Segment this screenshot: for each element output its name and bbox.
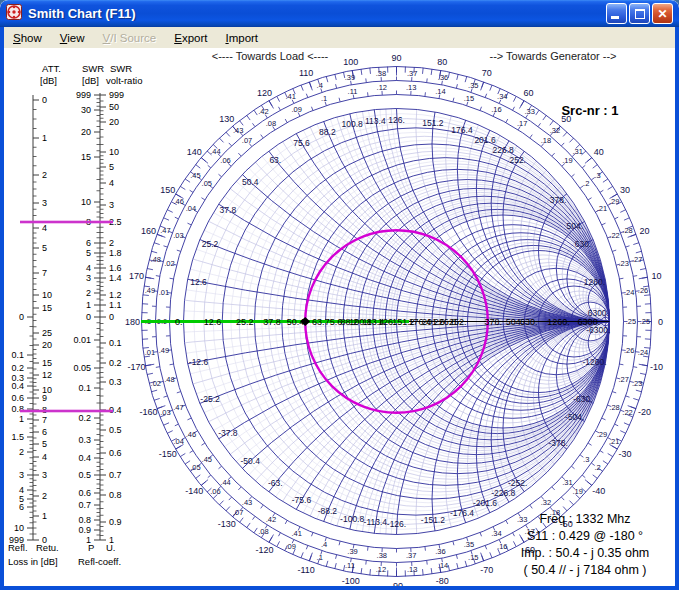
svg-text:.03: .03 — [173, 231, 183, 240]
svg-text:.15: .15 — [464, 94, 474, 103]
svg-text:3: 3 — [42, 470, 47, 480]
svg-text:2: 2 — [109, 238, 114, 248]
svg-text:2: 2 — [86, 288, 91, 298]
svg-text:.41: .41 — [285, 92, 295, 101]
svg-text:.18: .18 — [541, 136, 551, 145]
menu-view[interactable]: View — [51, 29, 94, 47]
svg-text:0.5: 0.5 — [109, 425, 122, 435]
svg-text:0.7: 0.7 — [109, 470, 122, 480]
svg-text:12.6: 12.6 — [204, 317, 222, 327]
svg-text:25: 25 — [42, 328, 52, 338]
svg-text:63.: 63. — [312, 317, 325, 327]
window-border-bottom — [0, 586, 679, 590]
svg-text:SWR: SWR — [110, 63, 132, 74]
svg-text:630.: 630. — [520, 317, 538, 327]
svg-text:10: 10 — [14, 523, 24, 533]
menu-export[interactable]: Export — [165, 29, 216, 47]
svg-text:20: 20 — [640, 226, 650, 236]
svg-text:120: 120 — [257, 88, 272, 98]
svg-text:.43: .43 — [233, 126, 243, 135]
svg-text:.1: .1 — [317, 553, 323, 562]
svg-text:1: 1 — [86, 300, 91, 310]
svg-text:.22: .22 — [622, 408, 632, 417]
svg-text:Refl-coeff.: Refl-coeff. — [78, 556, 121, 567]
svg-text:0.8: 0.8 — [109, 490, 122, 500]
scale-indicator-line — [20, 410, 113, 413]
svg-text:4: 4 — [109, 178, 114, 188]
svg-text:0.6: 0.6 — [109, 448, 122, 458]
svg-text:-12.6: -12.6 — [189, 357, 209, 367]
menu-vi-source[interactable]: V/I Source — [94, 29, 166, 47]
svg-text:.13: .13 — [407, 565, 417, 574]
svg-text:6300.: 6300. — [588, 308, 609, 318]
svg-text:.15: .15 — [468, 553, 478, 562]
svg-text:37.8: 37.8 — [263, 317, 281, 327]
svg-text:-140: -140 — [185, 486, 203, 496]
svg-text:252.: 252. — [509, 155, 526, 165]
svg-text:.19: .19 — [572, 487, 582, 496]
svg-text:-201.6: -201.6 — [473, 498, 497, 508]
svg-text:201.6: 201.6 — [474, 135, 496, 145]
svg-text:999: 999 — [76, 90, 91, 100]
svg-text:1.4: 1.4 — [109, 273, 122, 283]
window-border-left — [0, 27, 4, 590]
title-bar[interactable]: Smith Chart (F11) ✕ — [0, 0, 679, 27]
svg-text:[dB]: [dB] — [40, 75, 57, 86]
svg-text:.24: .24 — [638, 348, 648, 357]
svg-text:10: 10 — [109, 147, 119, 157]
svg-text:-80: -80 — [436, 576, 449, 586]
svg-text:3: 3 — [42, 198, 47, 208]
svg-text:Refl.: Refl. — [8, 542, 28, 553]
svg-text:1: 1 — [19, 414, 24, 424]
svg-text:12.6: 12.6 — [190, 277, 207, 287]
svg-text:-110: -110 — [298, 565, 315, 575]
svg-text:6: 6 — [86, 238, 91, 248]
svg-text:0: 0 — [19, 312, 24, 322]
svg-text:.02: .02 — [164, 259, 174, 268]
svg-text:50.4: 50.4 — [242, 177, 259, 187]
svg-text:15: 15 — [42, 358, 52, 368]
svg-text:100.8: 100.8 — [342, 119, 364, 129]
svg-text:.1: .1 — [321, 94, 327, 103]
svg-text:.3: .3 — [583, 455, 589, 464]
svg-text:-75.6: -75.6 — [292, 495, 312, 505]
svg-text:.41: .41 — [291, 529, 301, 538]
minimize-button[interactable] — [606, 3, 627, 24]
svg-text:.39: .39 — [345, 73, 355, 82]
svg-text:88.2: 88.2 — [319, 127, 336, 137]
maximize-button[interactable] — [629, 3, 650, 24]
svg-text:-170: -170 — [128, 362, 146, 372]
window-border-right — [675, 27, 679, 590]
svg-text:999: 999 — [109, 90, 124, 100]
svg-text:SWR: SWR — [82, 63, 104, 74]
svg-text:15: 15 — [42, 303, 52, 313]
svg-text:0.4: 0.4 — [78, 453, 91, 463]
svg-text:50: 50 — [109, 102, 119, 112]
svg-text:.37: .37 — [407, 69, 417, 78]
svg-text:-63.: -63. — [268, 478, 283, 488]
readout-panel: Freq : 1332 Mhz S11 : 0.429 @ -180 ° Imp… — [480, 511, 679, 579]
svg-text:.32: .32 — [541, 498, 551, 507]
svg-text:.21: .21 — [597, 204, 607, 213]
svg-text:25.2: 25.2 — [236, 317, 254, 327]
svg-text:.07: .07 — [233, 508, 243, 517]
svg-text:.22: .22 — [609, 231, 619, 240]
svg-text:504.: 504. — [566, 221, 583, 231]
svg-text:.34: .34 — [497, 92, 507, 101]
svg-text:0.05: 0.05 — [73, 363, 91, 373]
svg-text:0.5: 0.5 — [78, 470, 91, 480]
svg-text:.12: .12 — [376, 565, 386, 574]
svg-text:0.4: 0.4 — [11, 381, 24, 391]
svg-text:.36: .36 — [438, 73, 448, 82]
maximize-icon — [635, 9, 645, 19]
svg-text:70: 70 — [482, 68, 492, 78]
svg-text:-113.4: -113.4 — [364, 517, 388, 527]
source-number-label: Src-nr : 1 — [490, 103, 679, 118]
menu-import[interactable]: Import — [216, 29, 267, 47]
svg-text:.31: .31 — [572, 147, 582, 156]
menu-show[interactable]: Show — [4, 29, 51, 47]
close-button[interactable]: ✕ — [652, 3, 673, 24]
svg-text:-20: -20 — [638, 407, 651, 417]
svg-text:.26: .26 — [624, 346, 634, 355]
svg-text:3: 3 — [109, 200, 114, 210]
